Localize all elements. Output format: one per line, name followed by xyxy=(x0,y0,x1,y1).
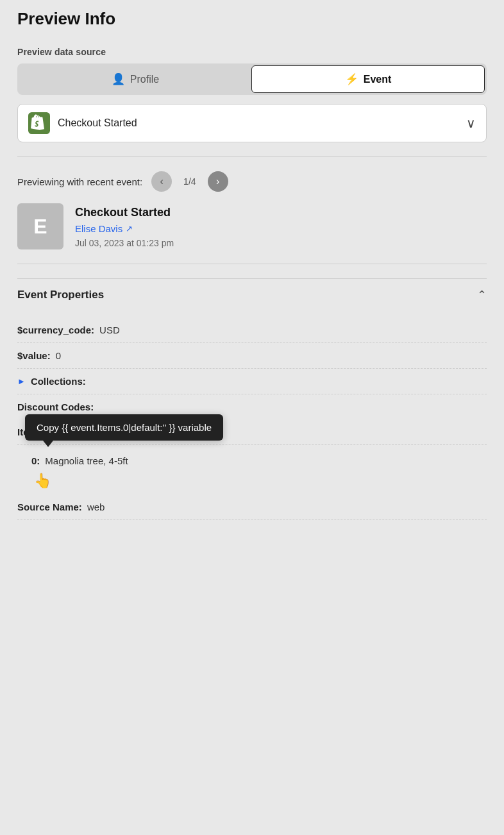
preview-header-text: Previewing with recent event: xyxy=(17,176,142,187)
tooltip: Copy {{ event.Items.0|default:'' }} vari… xyxy=(25,414,223,441)
event-date: Jul 03, 2023 at 01:23 pm xyxy=(75,238,174,248)
event-icon: ⚡ xyxy=(345,72,358,86)
page-indicator: 1/4 xyxy=(183,176,196,187)
item-index: 0: xyxy=(31,455,40,466)
profile-label: Profile xyxy=(130,74,159,85)
event-name: Checkout Started xyxy=(75,206,174,219)
prop-key-value: $value: xyxy=(17,350,51,361)
prop-key-collections: Collections: xyxy=(31,376,86,387)
prev-event-button[interactable]: ‹ xyxy=(151,171,172,192)
cursor-hand-icon: 👆 xyxy=(34,473,487,489)
collapse-icon[interactable]: ⌃ xyxy=(477,288,487,302)
profile-tab[interactable]: 👤 Profile xyxy=(19,65,251,93)
event-properties-title: Event Properties xyxy=(17,289,104,301)
page-title: Preview Info xyxy=(17,9,487,29)
event-properties-header: Event Properties ⌃ xyxy=(17,278,487,311)
shopify-icon xyxy=(28,112,50,134)
event-info: Checkout Started Elise Davis ↗ Jul 03, 2… xyxy=(75,203,174,248)
profile-icon: 👤 xyxy=(112,72,125,86)
external-link-icon: ↗ xyxy=(126,224,133,233)
preview-source-label: Preview data source xyxy=(17,47,487,57)
collections-expand-icon[interactable]: ► xyxy=(17,376,26,386)
next-event-button[interactable]: › xyxy=(208,171,228,192)
prop-value-row: $value: 0 xyxy=(17,343,487,369)
event-card: E Checkout Started Elise Davis ↗ Jul 03,… xyxy=(17,203,487,249)
prop-key-currency: $currency_code: xyxy=(17,325,94,335)
prop-key-source: Source Name: xyxy=(17,502,82,512)
event-dropdown-label: Checkout Started xyxy=(58,117,137,129)
event-user-link[interactable]: Elise Davis ↗ xyxy=(75,223,174,234)
prop-currency-code: $currency_code: USD xyxy=(17,317,487,343)
prop-source-name: Source Name: web xyxy=(17,494,487,520)
prop-value-value: 0 xyxy=(56,350,61,361)
prop-key-discount: Discount Codes: xyxy=(17,401,94,412)
data-source-toggle: 👤 Profile ⚡ Event xyxy=(17,63,487,95)
item-0-row: 0: Magnolia tree, 4-5ft xyxy=(31,450,487,471)
item-row-container: Copy {{ event.Items.0|default:'' }} vari… xyxy=(17,445,487,494)
item-value: Magnolia tree, 4-5ft xyxy=(45,455,128,466)
avatar: E xyxy=(17,203,63,249)
properties-list: $currency_code: USD $value: 0 ► Collecti… xyxy=(17,311,487,520)
prop-value-source: web xyxy=(87,502,105,512)
event-type-dropdown[interactable]: Checkout Started ∨ xyxy=(17,104,487,142)
prop-collections: ► Collections: xyxy=(17,369,487,394)
prop-value-currency: USD xyxy=(99,325,120,335)
dropdown-chevron-icon: ∨ xyxy=(466,115,476,131)
preview-header: Previewing with recent event: ‹ 1/4 › xyxy=(17,171,487,192)
event-label: Event xyxy=(364,74,392,85)
event-tab[interactable]: ⚡ Event xyxy=(251,65,485,93)
divider-2 xyxy=(17,264,487,264)
divider-1 xyxy=(17,156,487,157)
